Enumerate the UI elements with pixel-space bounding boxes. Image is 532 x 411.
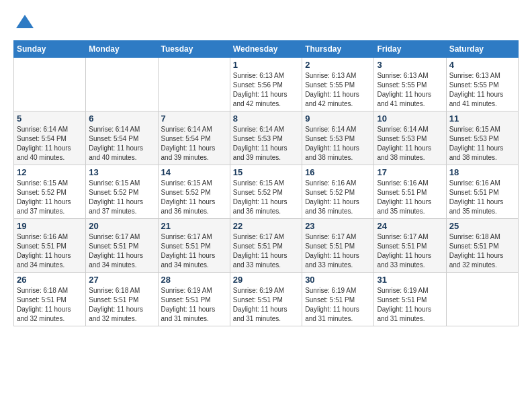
day-info: Sunrise: 6:16 AMSunset: 5:51 PMDaylight:… [17,232,83,270]
calendar-cell: 25Sunrise: 6:18 AMSunset: 5:51 PMDayligh… [446,219,518,273]
day-info: Sunrise: 6:13 AMSunset: 5:55 PMDaylight:… [305,71,371,109]
day-number: 31 [377,275,443,285]
day-info: Sunrise: 6:15 AMSunset: 5:52 PMDaylight:… [17,179,83,216]
logo-text [13,13,36,34]
day-number: 25 [449,221,515,231]
day-info: Sunrise: 6:13 AMSunset: 5:55 PMDaylight:… [449,71,515,109]
day-number: 23 [305,221,371,231]
weekday-header-wednesday: Wednesday [230,41,302,58]
day-info: Sunrise: 6:16 AMSunset: 5:51 PMDaylight:… [377,179,443,216]
day-number: 13 [89,167,154,177]
day-number: 28 [161,275,227,285]
day-number: 19 [17,221,83,231]
calendar-cell: 2Sunrise: 6:13 AMSunset: 5:55 PMDaylight… [302,58,374,111]
day-number: 7 [161,113,227,124]
day-info: Sunrise: 6:19 AMSunset: 5:51 PMDaylight:… [377,286,443,324]
day-info: Sunrise: 6:16 AMSunset: 5:51 PMDaylight:… [449,179,515,216]
day-number: 24 [377,221,443,231]
calendar-cell: 28Sunrise: 6:19 AMSunset: 5:51 PMDayligh… [158,273,230,326]
day-info: Sunrise: 6:17 AMSunset: 5:51 PMDaylight:… [89,232,154,270]
calendar-cell: 17Sunrise: 6:16 AMSunset: 5:51 PMDayligh… [374,165,446,219]
calendar-cell: 7Sunrise: 6:14 AMSunset: 5:54 PMDaylight… [158,111,230,165]
calendar-cell: 29Sunrise: 6:19 AMSunset: 5:51 PMDayligh… [230,273,302,326]
day-number: 21 [161,221,227,231]
day-info: Sunrise: 6:18 AMSunset: 5:51 PMDaylight:… [17,286,83,324]
calendar-table: SundayMondayTuesdayWednesdayThursdayFrid… [13,40,519,326]
weekday-header-thursday: Thursday [302,41,374,58]
day-number: 1 [233,60,299,70]
calendar-cell: 12Sunrise: 6:15 AMSunset: 5:52 PMDayligh… [14,165,86,219]
calendar-cell: 30Sunrise: 6:19 AMSunset: 5:51 PMDayligh… [302,273,374,326]
day-number: 30 [305,275,371,285]
day-number: 5 [17,113,83,124]
calendar-cell: 6Sunrise: 6:14 AMSunset: 5:54 PMDaylight… [86,111,158,165]
day-info: Sunrise: 6:13 AMSunset: 5:56 PMDaylight:… [233,71,299,109]
calendar-cell: 26Sunrise: 6:18 AMSunset: 5:51 PMDayligh… [14,273,86,326]
day-number: 16 [305,167,371,177]
day-info: Sunrise: 6:17 AMSunset: 5:51 PMDaylight:… [377,232,443,270]
calendar-cell: 3Sunrise: 6:13 AMSunset: 5:55 PMDaylight… [374,58,446,111]
calendar-cell: 31Sunrise: 6:19 AMSunset: 5:51 PMDayligh… [374,273,446,326]
day-info: Sunrise: 6:17 AMSunset: 5:51 PMDaylight:… [233,232,299,270]
day-info: Sunrise: 6:18 AMSunset: 5:51 PMDaylight:… [89,286,154,324]
day-number: 12 [17,167,83,177]
week-row-2: 5Sunrise: 6:14 AMSunset: 5:54 PMDaylight… [14,111,519,165]
day-info: Sunrise: 6:14 AMSunset: 5:54 PMDaylight:… [17,125,83,163]
day-number: 29 [233,275,299,285]
day-number: 3 [377,60,443,70]
day-info: Sunrise: 6:13 AMSunset: 5:55 PMDaylight:… [377,71,443,109]
day-number: 2 [305,60,371,70]
week-row-4: 19Sunrise: 6:16 AMSunset: 5:51 PMDayligh… [14,219,519,273]
calendar-cell: 8Sunrise: 6:14 AMSunset: 5:53 PMDaylight… [230,111,302,165]
day-info: Sunrise: 6:17 AMSunset: 5:51 PMDaylight:… [161,232,227,270]
calendar-cell: 22Sunrise: 6:17 AMSunset: 5:51 PMDayligh… [230,219,302,273]
day-info: Sunrise: 6:19 AMSunset: 5:51 PMDaylight:… [161,286,227,324]
day-info: Sunrise: 6:15 AMSunset: 5:52 PMDaylight:… [233,179,299,216]
day-number: 18 [449,167,515,177]
day-number: 15 [233,167,299,177]
day-info: Sunrise: 6:19 AMSunset: 5:51 PMDaylight:… [305,286,371,324]
calendar-cell [446,273,518,326]
day-number: 4 [449,60,515,70]
calendar-cell [86,58,158,111]
day-number: 9 [305,113,371,124]
calendar-cell: 1Sunrise: 6:13 AMSunset: 5:56 PMDaylight… [230,58,302,111]
day-info: Sunrise: 6:14 AMSunset: 5:53 PMDaylight:… [377,125,443,163]
day-number: 10 [377,113,443,124]
day-info: Sunrise: 6:16 AMSunset: 5:52 PMDaylight:… [305,179,371,216]
weekday-header-monday: Monday [86,41,158,58]
day-number: 11 [449,113,515,124]
day-number: 17 [377,167,443,177]
calendar-cell: 23Sunrise: 6:17 AMSunset: 5:51 PMDayligh… [302,219,374,273]
day-number: 26 [17,275,83,285]
day-number: 22 [233,221,299,231]
day-info: Sunrise: 6:18 AMSunset: 5:51 PMDaylight:… [449,232,515,270]
day-number: 20 [89,221,154,231]
day-info: Sunrise: 6:14 AMSunset: 5:54 PMDaylight:… [161,125,227,163]
week-row-3: 12Sunrise: 6:15 AMSunset: 5:52 PMDayligh… [14,165,519,219]
calendar-cell: 27Sunrise: 6:18 AMSunset: 5:51 PMDayligh… [86,273,158,326]
calendar-cell: 19Sunrise: 6:16 AMSunset: 5:51 PMDayligh… [14,219,86,273]
logo [13,13,36,34]
weekday-header-saturday: Saturday [446,41,518,58]
weekday-header-tuesday: Tuesday [158,41,230,58]
calendar-cell [158,58,230,111]
day-info: Sunrise: 6:15 AMSunset: 5:53 PMDaylight:… [449,125,515,163]
weekday-header-row: SundayMondayTuesdayWednesdayThursdayFrid… [14,41,519,58]
day-info: Sunrise: 6:14 AMSunset: 5:53 PMDaylight:… [233,125,299,163]
calendar-cell: 10Sunrise: 6:14 AMSunset: 5:53 PMDayligh… [374,111,446,165]
calendar-cell: 13Sunrise: 6:15 AMSunset: 5:52 PMDayligh… [86,165,158,219]
page-header [13,13,519,34]
calendar-cell: 14Sunrise: 6:15 AMSunset: 5:52 PMDayligh… [158,165,230,219]
calendar-cell: 21Sunrise: 6:17 AMSunset: 5:51 PMDayligh… [158,219,230,273]
day-number: 27 [89,275,154,285]
day-number: 6 [89,113,154,124]
day-number: 14 [161,167,227,177]
day-info: Sunrise: 6:17 AMSunset: 5:51 PMDaylight:… [305,232,371,270]
calendar-cell: 18Sunrise: 6:16 AMSunset: 5:51 PMDayligh… [446,165,518,219]
weekday-header-friday: Friday [374,41,446,58]
calendar-cell: 24Sunrise: 6:17 AMSunset: 5:51 PMDayligh… [374,219,446,273]
weekday-header-sunday: Sunday [14,41,86,58]
calendar-cell: 9Sunrise: 6:14 AMSunset: 5:53 PMDaylight… [302,111,374,165]
calendar-cell: 16Sunrise: 6:16 AMSunset: 5:52 PMDayligh… [302,165,374,219]
